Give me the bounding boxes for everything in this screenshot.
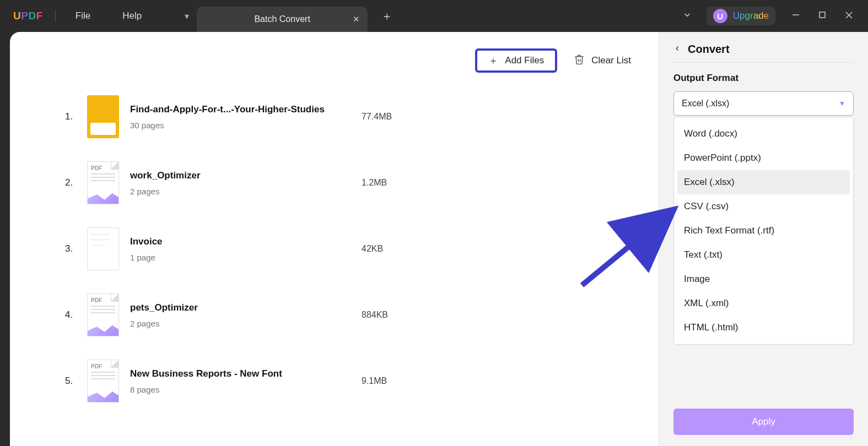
file-info: Invoice1 page [130,236,362,262]
file-size: 884KB [362,310,417,320]
file-thumbnail: PDF [87,293,119,336]
main-panel: ＋ Add Files Clear List 1.Find-and-Apply-… [10,32,659,446]
add-files-button[interactable]: ＋ Add Files [475,48,557,73]
workspace: ＋ Add Files Clear List 1.Find-and-Apply-… [10,32,868,446]
file-row[interactable]: 3.――――― ――――― ―― ――― ―― ― ―Invoice1 page… [65,216,626,282]
file-info: Find-and-Apply-For-t...-Your-Higher-Stud… [130,104,362,130]
output-format-select[interactable]: Excel (.xlsx) ▼ [673,91,854,116]
chevron-down-icon[interactable] [682,10,692,22]
minimize-button[interactable] [790,10,802,21]
row-number: 3. [65,243,87,254]
caret-down-icon: ▼ [839,100,845,107]
tab-menu-icon[interactable]: ▾ [177,4,197,28]
clear-list-label: Clear List [591,55,631,66]
panel-title: Convert [688,43,730,56]
maximize-button[interactable] [816,11,828,21]
format-option[interactable]: HTML (.html) [677,316,850,340]
close-icon[interactable]: ✕ [353,14,360,24]
file-name: Invoice [130,236,362,247]
file-thumbnail: PDF [87,161,119,204]
file-name: Find-and-Apply-For-t...-Your-Higher-Stud… [130,104,362,115]
file-pages: 1 page [130,253,362,262]
menu-file[interactable]: File [68,7,98,25]
app-logo: UPDF [13,10,43,22]
file-list: 1.Find-and-Apply-For-t...-Your-Higher-St… [10,84,659,414]
row-number: 4. [65,309,87,320]
convert-panel: Convert Output Format Excel (.xlsx) ▼ Wo… [659,32,868,446]
output-format-dropdown: Word (.docx)PowerPoint (.pptx)Excel (.xl… [673,117,854,345]
file-pages: 30 pages [130,121,362,130]
row-number: 1. [65,111,87,122]
format-option[interactable]: XML (.xml) [677,291,850,316]
file-pages: 2 pages [130,319,362,328]
file-thumbnail: PDF [87,360,119,403]
apply-button[interactable]: Apply [673,409,854,435]
file-info: New Business Reports - New Font8 pages [130,368,362,394]
tab-strip: ▾ Batch Convert ✕ ＋ [177,0,398,32]
clear-list-button[interactable]: Clear List [574,54,631,68]
file-row[interactable]: 5.PDFNew Business Reports - New Font8 pa… [65,348,626,414]
row-number: 2. [65,177,87,188]
file-name: New Business Reports - New Font [130,368,362,379]
file-name: work_Optimizer [130,170,362,181]
tab-batch-convert[interactable]: Batch Convert ✕ [197,7,368,32]
titlebar: UPDF File Help ▾ Batch Convert ✕ ＋ U Upg… [0,0,868,32]
file-pages: 2 pages [130,187,362,196]
upgrade-label: Upgrade [733,10,769,21]
file-size: 9.1MB [362,376,417,386]
format-option[interactable]: Image [677,267,850,291]
file-row[interactable]: 4.PDFpets_Optimizer2 pages884KB [65,282,626,348]
panel-header: Convert [673,43,854,56]
file-size: 77.4MB [362,112,417,122]
tab-title: Batch Convert [254,14,310,24]
user-avatar-icon: U [713,9,727,23]
file-pages: 8 pages [130,385,362,394]
format-option[interactable]: PowerPoint (.pptx) [677,146,850,170]
file-info: work_Optimizer2 pages [130,170,362,196]
format-option[interactable]: Word (.docx) [677,122,850,146]
action-toolbar: ＋ Add Files Clear List [10,48,659,73]
file-info: pets_Optimizer2 pages [130,302,362,328]
file-size: 1.2MB [362,178,417,188]
back-icon[interactable] [673,45,681,55]
svg-rect-1 [820,12,825,18]
window-controls: U Upgrade [682,7,868,25]
format-option[interactable]: Rich Text Format (.rtf) [677,219,850,243]
divider [55,10,56,21]
format-option[interactable]: Excel (.xlsx) [677,170,850,194]
menu-help[interactable]: Help [115,7,149,25]
file-thumbnail: ――――― ――――― ―― ――― ―― ― ― [87,227,119,270]
upgrade-button[interactable]: U Upgrade [707,7,775,25]
output-format-label: Output Format [673,73,854,84]
format-option[interactable]: Text (.txt) [677,243,850,267]
selected-format: Excel (.xlsx) [682,99,729,108]
file-thumbnail [87,95,119,138]
close-window-button[interactable] [843,11,855,21]
format-option[interactable]: CSV (.csv) [677,194,850,219]
divider [673,62,854,63]
file-row[interactable]: 2.PDFwork_Optimizer2 pages1.2MB [65,150,626,216]
trash-icon [574,54,585,68]
row-number: 5. [65,376,87,387]
new-tab-button[interactable]: ＋ [375,4,398,28]
plus-icon: ＋ [488,54,498,67]
file-row[interactable]: 1.Find-and-Apply-For-t...-Your-Higher-St… [65,84,626,150]
file-name: pets_Optimizer [130,302,362,313]
add-files-label: Add Files [505,55,544,66]
file-size: 42KB [362,244,417,254]
